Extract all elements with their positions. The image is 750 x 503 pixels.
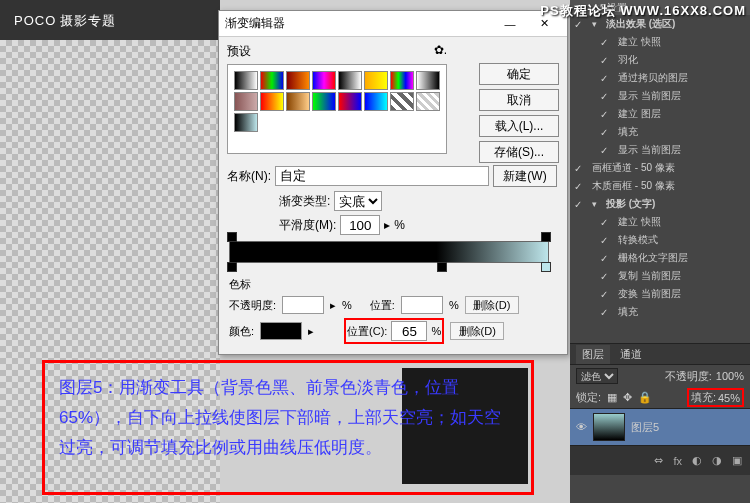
preset-swatches[interactable]: [227, 64, 447, 154]
preset-swatch[interactable]: [390, 92, 414, 111]
cancel-button[interactable]: 取消: [479, 89, 559, 111]
tab-channels[interactable]: 通道: [620, 347, 642, 362]
gear-icon[interactable]: ✿.: [434, 43, 447, 60]
logo-sub: 摄影专题: [60, 13, 116, 28]
preset-swatch[interactable]: [260, 92, 284, 111]
history-item[interactable]: ✓复制 当前图层: [570, 267, 750, 285]
arrow-icon[interactable]: ▾: [592, 19, 600, 29]
preset-swatch[interactable]: [234, 113, 258, 132]
opacity-stop-right[interactable]: [541, 232, 551, 242]
eye-icon[interactable]: ✓: [600, 37, 612, 48]
eye-icon[interactable]: ✓: [600, 235, 612, 246]
link-icon[interactable]: ⇔: [654, 454, 663, 467]
layer-thumbnail[interactable]: [593, 413, 625, 441]
adjustment-icon[interactable]: ◑: [712, 454, 722, 467]
color-swatch[interactable]: [260, 322, 302, 340]
location2-input[interactable]: [391, 321, 427, 341]
history-item[interactable]: ✓建立 图层: [570, 105, 750, 123]
history-item[interactable]: ✓通过拷贝的图层: [570, 69, 750, 87]
color-stop-left[interactable]: [227, 262, 237, 272]
opacity-stop-left[interactable]: [227, 232, 237, 242]
eye-icon[interactable]: ✓: [600, 55, 612, 66]
eye-icon[interactable]: ✓: [600, 127, 612, 138]
layer-row-active[interactable]: 👁 图层5: [570, 409, 750, 445]
delete-color-stop[interactable]: 删除(D): [450, 322, 504, 340]
preset-swatch[interactable]: [312, 71, 336, 90]
preset-swatch[interactable]: [364, 71, 388, 90]
smoothness-input[interactable]: [340, 215, 380, 235]
history-item[interactable]: ✓栅格化文字图层: [570, 249, 750, 267]
preset-swatch[interactable]: [416, 71, 440, 90]
eye-icon[interactable]: ✓: [600, 109, 612, 120]
load-button[interactable]: 载入(L)...: [479, 115, 559, 137]
preset-swatch[interactable]: [260, 71, 284, 90]
opacity-value[interactable]: 100%: [716, 370, 744, 382]
history-item[interactable]: ✓显示 当前图层: [570, 87, 750, 105]
history-item[interactable]: ✓显示 当前图层: [570, 141, 750, 159]
eye-icon[interactable]: ✓: [574, 163, 586, 174]
fill-value[interactable]: 45%: [718, 392, 740, 404]
eye-icon[interactable]: ✓: [600, 253, 612, 264]
ok-button[interactable]: 确定: [479, 63, 559, 85]
color-stop-mid[interactable]: [437, 262, 447, 272]
app-header: POCO摄影专题: [0, 0, 220, 40]
history-item[interactable]: ✓填充: [570, 123, 750, 141]
eye-icon[interactable]: ✓: [600, 289, 612, 300]
preset-swatch[interactable]: [364, 92, 388, 111]
preset-swatch[interactable]: [338, 71, 362, 90]
new-button[interactable]: 新建(W): [493, 165, 557, 187]
history-item[interactable]: ✓画框通道 - 50 像素: [570, 159, 750, 177]
eye-icon[interactable]: ✓: [600, 73, 612, 84]
fx-icon[interactable]: fx: [673, 455, 682, 467]
history-item[interactable]: ✓木质画框 - 50 像素: [570, 177, 750, 195]
lock-pixels-icon[interactable]: ▦: [607, 391, 617, 404]
watermark-text: PS教程论坛 WWW.16XX8.COM: [540, 2, 746, 20]
history-item[interactable]: ✓羽化: [570, 51, 750, 69]
history-item[interactable]: ✓▾投影 (文字): [570, 195, 750, 213]
preset-swatch[interactable]: [234, 92, 258, 111]
item-label: 木质画框 - 50 像素: [592, 179, 746, 193]
eye-icon[interactable]: ✓: [574, 19, 586, 30]
delete-opacity-stop[interactable]: 删除(D): [465, 296, 519, 314]
preset-swatch[interactable]: [338, 92, 362, 111]
eye-icon[interactable]: ✓: [600, 217, 612, 228]
preset-swatch[interactable]: [286, 92, 310, 111]
minimize-button[interactable]: —: [493, 14, 527, 34]
name-input[interactable]: [275, 166, 489, 186]
opacity-label: 不透明度:: [229, 298, 276, 313]
gradient-bar[interactable]: [229, 241, 549, 263]
lock-position-icon[interactable]: ✥: [623, 391, 632, 404]
arrow-icon[interactable]: ▾: [592, 199, 600, 209]
tab-layers[interactable]: 图层: [576, 345, 610, 364]
preset-swatch[interactable]: [390, 71, 414, 90]
save-button[interactable]: 存储(S)...: [479, 141, 559, 163]
eye-icon[interactable]: ✓: [600, 271, 612, 282]
item-label: 画框通道 - 50 像素: [592, 161, 746, 175]
history-item[interactable]: ✓填充: [570, 303, 750, 321]
folder-icon[interactable]: ▣: [732, 454, 742, 467]
preset-swatch[interactable]: [312, 92, 336, 111]
eye-icon[interactable]: ✓: [574, 199, 586, 210]
history-item[interactable]: ✓变换 当前图层: [570, 285, 750, 303]
mask-icon[interactable]: ◐: [692, 454, 702, 467]
lock-all-icon[interactable]: 🔒: [638, 391, 652, 404]
history-item[interactable]: ✓建立 快照: [570, 33, 750, 51]
eye-icon[interactable]: ✓: [600, 91, 612, 102]
blend-mode-select[interactable]: 滤色: [576, 368, 618, 384]
color-stop-right[interactable]: [541, 262, 551, 272]
dialog-titlebar[interactable]: 渐变编辑器 — ✕: [219, 11, 567, 37]
opacity-field[interactable]: [282, 296, 324, 314]
history-actions-list[interactable]: ✓▾淡出效果 (选区)✓建立 快照✓羽化✓通过拷贝的图层✓显示 当前图层✓建立 …: [570, 15, 750, 343]
preset-swatch[interactable]: [234, 71, 258, 90]
history-item[interactable]: ✓转换模式: [570, 231, 750, 249]
eye-icon[interactable]: ✓: [600, 145, 612, 156]
gradient-type-select[interactable]: 实底: [334, 191, 382, 211]
preset-swatch[interactable]: [416, 92, 440, 111]
name-label: 名称(N):: [227, 168, 271, 185]
eye-icon[interactable]: ✓: [600, 307, 612, 318]
preset-swatch[interactable]: [286, 71, 310, 90]
eye-icon[interactable]: 👁: [576, 421, 587, 433]
eye-icon[interactable]: ✓: [574, 181, 586, 192]
history-item[interactable]: ✓建立 快照: [570, 213, 750, 231]
location-field[interactable]: [401, 296, 443, 314]
